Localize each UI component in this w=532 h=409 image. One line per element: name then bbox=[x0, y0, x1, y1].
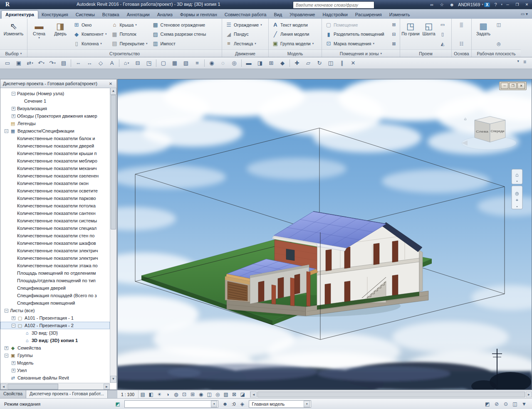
shadows-icon[interactable]: ◑ bbox=[163, 391, 172, 398]
sheet-icon[interactable]: ▢ bbox=[158, 59, 169, 68]
3d-scene[interactable]: ⌂ Слева Спереди ⌂ ▾ ◎ + ▾ bbox=[118, 79, 532, 389]
hide-elements-icon[interactable]: ◌ bbox=[218, 59, 228, 68]
tree-item[interactable]: Спецификация помещений bbox=[0, 299, 110, 307]
area-plan-icon[interactable]: ⊞ bbox=[390, 20, 398, 29]
curtain-grid-button[interactable]: ▨Схема разрезки стены bbox=[151, 30, 208, 39]
tree-item[interactable]: Количественные показатели меблиро bbox=[0, 157, 110, 165]
window-tool-icon[interactable]: ⊞ bbox=[266, 59, 277, 68]
print-icon[interactable]: ▤ bbox=[58, 59, 69, 68]
ribbon-tab[interactable]: Вставка bbox=[99, 11, 123, 19]
window-button[interactable]: ⊞Окно bbox=[72, 20, 108, 29]
chevron-down-icon[interactable]: ▾ bbox=[211, 401, 217, 407]
align-icon[interactable]: ∥ bbox=[337, 59, 347, 68]
panel-label-opening[interactable]: Проем bbox=[400, 49, 451, 57]
chevron-down-icon[interactable]: ▾ bbox=[516, 205, 517, 208]
scrollbar-thumb[interactable] bbox=[257, 392, 525, 397]
browser-horizontal-scrollbar[interactable]: ◄ ► bbox=[0, 383, 110, 389]
temporary-hide-icon[interactable]: ◫ bbox=[205, 391, 213, 398]
tree-item[interactable]: Количественные показатели этажа по bbox=[0, 262, 110, 269]
filter-icon[interactable]: ▼ bbox=[520, 400, 528, 408]
tree-item[interactable]: Количественные показатели дверей bbox=[0, 142, 110, 150]
close-button[interactable]: ✕ bbox=[522, 1, 531, 8]
room-tag-button[interactable]: ⊡Марка помещения▾ bbox=[324, 39, 388, 48]
tree-item[interactable]: Количественные показатели шкафов bbox=[0, 239, 110, 247]
lock-3d-view-icon[interactable]: ◉ bbox=[197, 391, 205, 398]
help-icon[interactable]: ? bbox=[491, 2, 500, 7]
minimize-button[interactable]: ─ bbox=[503, 1, 512, 8]
component-tool-icon[interactable]: ◆ bbox=[277, 59, 288, 68]
component-button[interactable]: ◆Компонент▾ bbox=[72, 30, 108, 39]
sync-icon[interactable]: ⇄▾ bbox=[25, 59, 35, 68]
tree-item[interactable]: Количественные показатели озеленен bbox=[0, 172, 110, 180]
scroll-down-icon[interactable]: ▼ bbox=[110, 376, 116, 383]
tree-item[interactable]: Количественные показатели крыши п bbox=[0, 150, 110, 157]
undo-icon[interactable]: ↶▾ bbox=[36, 59, 47, 68]
show-work-plane-icon[interactable]: ◫ bbox=[495, 20, 503, 29]
viewcube-home-icon[interactable]: ⌂ bbox=[464, 116, 467, 121]
worksharing-icon[interactable]: ◩ bbox=[114, 400, 121, 408]
railing-button[interactable]: ☰Ограждение▾ bbox=[224, 20, 263, 29]
ribbon-tab[interactable]: Системы bbox=[72, 11, 99, 19]
panel-label-room-area[interactable]: Помещения и зоны▾ bbox=[322, 49, 400, 57]
viewport-horizontal-scrollbar[interactable]: ◄ ► bbox=[250, 391, 532, 398]
curtain-system-button[interactable]: ▩Стеновое ограждение bbox=[151, 20, 208, 29]
panel-label-model[interactable]: Модель bbox=[269, 49, 322, 57]
tree-item[interactable]: ⇄Связанные файлы Revit bbox=[0, 374, 110, 382]
scroll-up-icon[interactable]: ▲ bbox=[110, 88, 116, 95]
ceiling-button[interactable]: ▦Потолок bbox=[110, 30, 148, 39]
ribbon-tab[interactable]: Расширения bbox=[351, 11, 386, 19]
active-workset-combo[interactable]: ▾ bbox=[124, 400, 218, 408]
tree-item[interactable]: −Листы (все) bbox=[0, 307, 110, 314]
text-note-icon[interactable]: A bbox=[106, 59, 117, 68]
expand-icon[interactable]: + bbox=[12, 361, 15, 365]
reveal-hidden-icon[interactable]: ◎ bbox=[229, 59, 240, 68]
detail-level-icon[interactable]: ▤ bbox=[139, 391, 147, 398]
tree-item[interactable]: +Визуализация bbox=[0, 105, 110, 112]
search-icon[interactable]: ∞ bbox=[427, 2, 436, 7]
measure-icon[interactable]: ⇔ bbox=[73, 59, 84, 68]
navigation-bar[interactable]: ⌂ ▾ ◎ + ▾ bbox=[512, 169, 522, 209]
scroll-left-icon[interactable]: ◄ bbox=[0, 384, 7, 389]
grid-icon[interactable]: ☷ bbox=[458, 39, 466, 48]
modify-button[interactable]: ⇖ Изменить bbox=[3, 20, 24, 49]
wall-tool-icon[interactable]: ▬ bbox=[243, 59, 254, 68]
expand-icon[interactable]: + bbox=[12, 114, 15, 118]
model-text-button[interactable]: AТекст модели bbox=[271, 20, 315, 29]
ribbon-tab[interactable]: Управление bbox=[286, 11, 319, 19]
collapse-icon[interactable]: − bbox=[12, 92, 15, 96]
ribbon-tab[interactable]: Надстройки bbox=[319, 11, 351, 19]
expand-icon[interactable]: + bbox=[5, 346, 8, 350]
stair-button[interactable]: ≡Лестница▾ bbox=[224, 39, 263, 48]
save-icon[interactable]: ▣ bbox=[13, 59, 24, 68]
room-button[interactable]: ▢Помещение bbox=[324, 20, 388, 29]
help-search-box[interactable] bbox=[293, 1, 374, 9]
tree-item[interactable]: Количественные показатели стен по bbox=[0, 232, 110, 239]
favorites-star-icon[interactable]: ☆ bbox=[437, 2, 446, 7]
callout-icon[interactable]: ◳ bbox=[144, 59, 154, 68]
vertical-opening-icon[interactable]: ▯ bbox=[438, 30, 447, 38]
tree-item[interactable]: Площадь помещений по отделениям bbox=[0, 269, 110, 277]
tree-item[interactable]: +Модель bbox=[0, 359, 110, 367]
legend-icon[interactable]: ▧ bbox=[181, 59, 191, 68]
thin-lines-icon[interactable]: ≡ bbox=[192, 59, 203, 68]
revit-app-icon[interactable]: R bbox=[0, 0, 15, 9]
default-3d-view-icon[interactable]: ⌂▾ bbox=[121, 59, 132, 68]
panel-label-circulation[interactable]: Движение bbox=[222, 49, 268, 57]
help-chevron-icon[interactable]: ▾ bbox=[501, 3, 502, 6]
ribbon-tab[interactable]: Совместная работа bbox=[221, 11, 270, 19]
tree-item[interactable]: Количественные показатели осветите bbox=[0, 187, 110, 195]
tree-item[interactable]: +▢А101 - Презентация - 1 bbox=[0, 314, 110, 322]
sun-path-icon[interactable]: ☀ bbox=[155, 391, 163, 398]
tree-item[interactable]: +Узел bbox=[0, 367, 110, 374]
displacement-icon[interactable]: ◪ bbox=[238, 391, 247, 398]
tree-item[interactable]: Площадь/отделка помещений по тип bbox=[0, 277, 110, 284]
scroll-left-icon[interactable]: ◄ bbox=[250, 392, 257, 397]
tree-item[interactable]: Количественные показатели электрич bbox=[0, 247, 110, 254]
editing-requests-icon[interactable]: ☻ bbox=[221, 400, 229, 408]
signin-user-menu[interactable]: ☻ ANDR1569 ▾ bbox=[447, 2, 483, 7]
tree-item[interactable]: Спецификация дверей bbox=[0, 284, 110, 292]
model-group-button[interactable]: ▣Группа модели▾ bbox=[271, 39, 315, 48]
wall-opening-icon[interactable]: ▭ bbox=[438, 20, 447, 29]
shaft-button[interactable]: ◱ Шахта bbox=[420, 20, 438, 49]
section-icon[interactable]: ⊟ bbox=[132, 59, 143, 68]
